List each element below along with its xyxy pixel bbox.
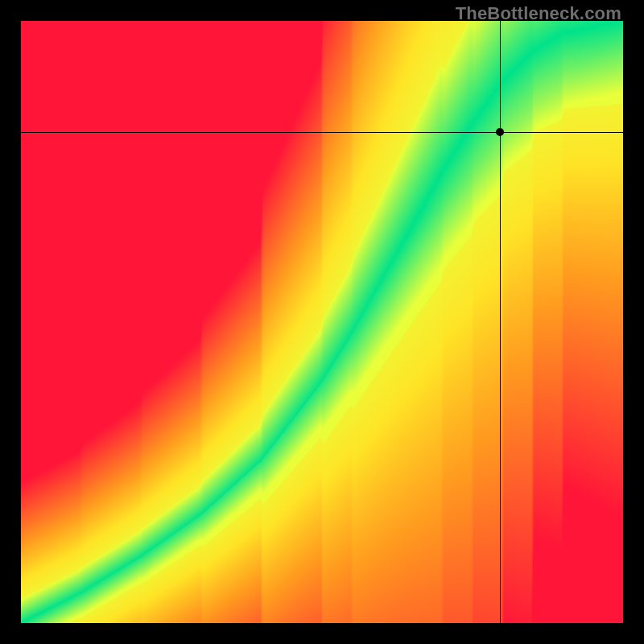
selection-marker[interactable]	[496, 128, 504, 136]
crosshair-vertical	[500, 21, 501, 623]
crosshair-horizontal	[21, 132, 623, 133]
heatmap-canvas	[21, 21, 623, 623]
heatmap-plot	[21, 21, 623, 623]
